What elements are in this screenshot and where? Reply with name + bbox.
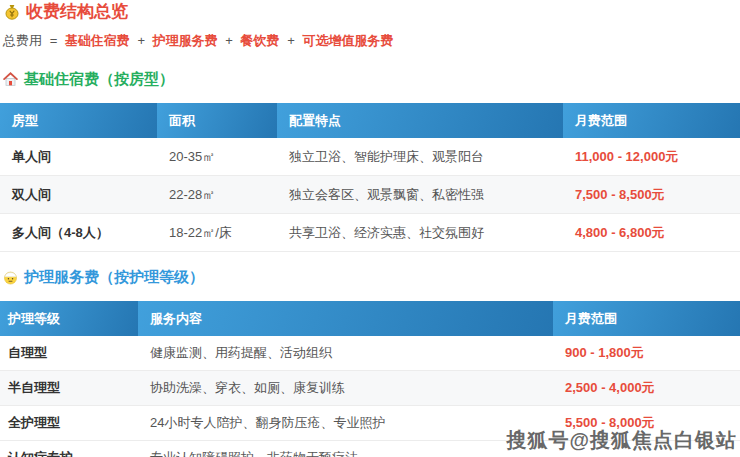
cell-area: 18-22㎡/床 <box>157 224 277 242</box>
table-row-self-care: 自理型 健康监测、用药提醒、活动组织 900 - 1,800元 <box>0 336 740 371</box>
col-header-fee-range: 月费范围 <box>553 301 740 336</box>
section-heading-nursing: 护理服务费（按护理等级） <box>3 268 740 286</box>
table-row-dementia-care: 认知症专护 专业认知障碍照护、非药物干预疗法 <box>0 441 740 457</box>
table-header-row: 房型 面积 配置特点 月费范围 <box>0 103 740 138</box>
formula-prefix: 总费用 <box>3 33 42 48</box>
table-header-row: 护理等级 服务内容 月费范围 <box>0 301 740 336</box>
page-title-text: 收费结构总览 <box>26 2 128 22</box>
cell-care-level: 认知症专护 <box>0 449 138 457</box>
section-heading-lodging: 基础住宿费（按房型） <box>3 70 740 88</box>
formula-component-meals: 餐饮费 <box>241 33 280 48</box>
lodging-fee-table: 房型 面积 配置特点 月费范围 单人间 20-35㎡ 独立卫浴、智能护理床、观景… <box>0 103 740 252</box>
cell-room-type: 单人间 <box>0 148 157 166</box>
house-icon <box>3 72 18 87</box>
page-title: 收费结构总览 <box>0 1 740 22</box>
fee-formula: 总费用 = 基础住宿费 + 护理服务费 + 餐饮费 + 可选增值服务费 <box>3 32 740 50</box>
cell-service: 协助洗澡、穿衣、如厕、康复训练 <box>138 379 553 397</box>
formula-equals: = <box>50 33 58 48</box>
cell-area: 22-28㎡ <box>157 186 277 204</box>
col-header-features: 配置特点 <box>277 103 563 138</box>
nursing-fee-table: 护理等级 服务内容 月费范围 自理型 健康监测、用药提醒、活动组织 900 - … <box>0 301 740 457</box>
formula-plus: + <box>225 33 233 48</box>
formula-plus: + <box>287 33 295 48</box>
cell-service: 专业认知障碍照护、非药物干预疗法 <box>138 449 553 457</box>
cell-fee-range: 7,500 - 8,500元 <box>563 186 740 204</box>
fee-structure-article: 收费结构总览 总费用 = 基础住宿费 + 护理服务费 + 餐饮费 + 可选增值服… <box>0 0 740 457</box>
formula-component-lodging: 基础住宿费 <box>65 33 130 48</box>
cell-fee-range: 2,500 - 4,000元 <box>553 379 740 397</box>
formula-component-nursing: 护理服务费 <box>153 33 218 48</box>
money-bag-icon <box>4 4 20 20</box>
cell-room-type: 双人间 <box>0 186 157 204</box>
cell-care-level: 自理型 <box>0 344 138 362</box>
cell-features: 共享卫浴、经济实惠、社交氛围好 <box>277 224 563 242</box>
cell-care-level: 半自理型 <box>0 379 138 397</box>
formula-component-addons: 可选增值服务费 <box>302 33 393 48</box>
col-header-care-level: 护理等级 <box>0 301 138 336</box>
nurse-icon <box>3 270 18 285</box>
col-header-service: 服务内容 <box>138 301 553 336</box>
cell-area: 20-35㎡ <box>157 148 277 166</box>
cell-service: 健康监测、用药提醒、活动组织 <box>138 344 553 362</box>
formula-plus: + <box>137 33 145 48</box>
table-row-multi-room: 多人间（4-8人） 18-22㎡/床 共享卫浴、经济实惠、社交氛围好 4,800… <box>0 214 740 252</box>
col-header-fee-range: 月费范围 <box>563 103 740 138</box>
cell-service: 24小时专人陪护、翻身防压疮、专业照护 <box>138 414 553 432</box>
cell-room-type: 多人间（4-8人） <box>0 224 157 242</box>
cell-features: 独立会客区、观景飘窗、私密性强 <box>277 186 563 204</box>
table-row-double-room: 双人间 22-28㎡ 独立会客区、观景飘窗、私密性强 7,500 - 8,500… <box>0 176 740 214</box>
table-row-full-care: 全护理型 24小时专人陪护、翻身防压疮、专业照护 5,500 - 8,000元 <box>0 406 740 441</box>
col-header-area: 面积 <box>157 103 277 138</box>
cell-fee-range: 11,000 - 12,000元 <box>563 148 740 166</box>
section-heading-text: 护理服务费（按护理等级） <box>24 268 204 286</box>
cell-fee-range: 5,500 - 8,000元 <box>553 414 740 432</box>
cell-fee-range: 4,800 - 6,800元 <box>563 224 740 242</box>
section-heading-text: 基础住宿费（按房型） <box>24 70 174 88</box>
cell-features: 独立卫浴、智能护理床、观景阳台 <box>277 148 563 166</box>
col-header-room-type: 房型 <box>0 103 157 138</box>
table-row-semi-care: 半自理型 协助洗澡、穿衣、如厕、康复训练 2,500 - 4,000元 <box>0 371 740 406</box>
table-row-single-room: 单人间 20-35㎡ 独立卫浴、智能护理床、观景阳台 11,000 - 12,0… <box>0 138 740 176</box>
cell-fee-range: 900 - 1,800元 <box>553 344 740 362</box>
cell-care-level: 全护理型 <box>0 414 138 432</box>
